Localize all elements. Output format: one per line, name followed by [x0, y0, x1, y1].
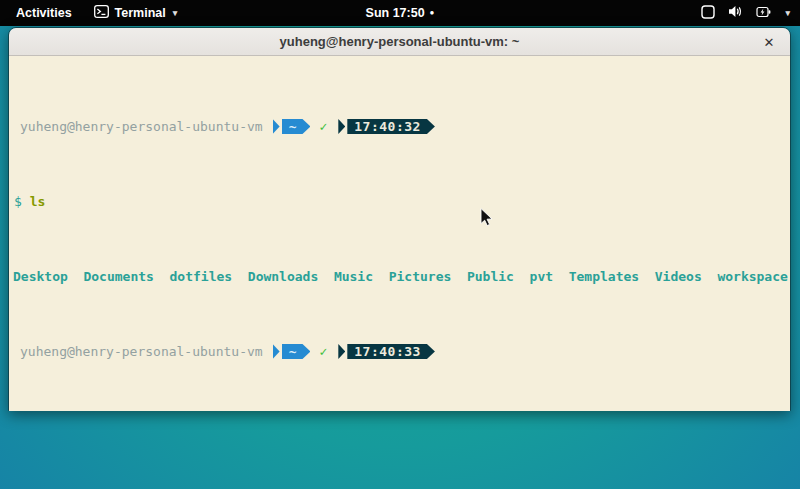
window-title: yuheng@henry-personal-ubuntu-vm: ~: [280, 34, 520, 49]
activities-button[interactable]: Activities: [12, 4, 76, 22]
time-badge: 17:40:33: [338, 344, 435, 359]
prompt-line: yuheng@henry-personal-ubuntu-vm ~ ✓ 17:4…: [11, 119, 788, 134]
ls-output: Desktop Documents dotfiles Downloads Mus…: [11, 269, 788, 284]
prompt-line: yuheng@henry-personal-ubuntu-vm ~ ✓ 17:4…: [11, 344, 788, 359]
command-line: $ ls: [11, 194, 788, 209]
clock-label: Sun 17:50: [366, 6, 425, 20]
volume-icon: [728, 5, 743, 21]
app-menu-terminal[interactable]: Terminal ▾: [94, 5, 178, 21]
cwd-label: ~: [282, 119, 311, 134]
terminal-content[interactable]: yuheng@henry-personal-ubuntu-vm ~ ✓ 17:4…: [9, 56, 790, 411]
screen-icon: [701, 5, 715, 22]
cwd-badge: ~: [273, 119, 311, 134]
window-titlebar[interactable]: yuheng@henry-personal-ubuntu-vm: ~ ✕: [9, 28, 790, 56]
desktop: Activities Terminal ▾ Sun 17:50 ●: [0, 0, 800, 489]
powerline-arrow-icon: [338, 119, 345, 134]
notification-dot: ●: [430, 9, 435, 17]
cwd-label: ~: [282, 344, 311, 359]
prompt-symbol: $: [14, 194, 22, 209]
mouse-pointer-icon: [480, 208, 494, 232]
prompt-user-host: yuheng@henry-personal-ubuntu-vm: [20, 119, 263, 134]
prompt-time: 17:40:32: [347, 119, 435, 134]
powerline-arrow-icon: [338, 344, 345, 359]
time-badge: 17:40:32: [338, 119, 435, 134]
app-menu-label: Terminal: [115, 6, 166, 20]
status-check-icon: ✓: [319, 119, 327, 134]
gnome-top-bar: Activities Terminal ▾ Sun 17:50 ●: [0, 0, 800, 26]
clock-button[interactable]: Sun 17:50 ●: [366, 0, 435, 26]
powerline-arrow-icon: [273, 119, 280, 134]
typed-command: ls: [30, 194, 46, 209]
terminal-window: yuheng@henry-personal-ubuntu-vm: ~ ✕ yuh…: [8, 27, 791, 411]
cwd-badge: ~: [273, 344, 311, 359]
chevron-down-icon: ▾: [785, 8, 790, 18]
chevron-down-icon: ▾: [173, 8, 178, 18]
battery-charging-icon: [756, 6, 771, 21]
powerline-arrow-icon: [273, 344, 280, 359]
prompt-user-host: yuheng@henry-personal-ubuntu-vm: [20, 344, 263, 359]
system-status-area[interactable]: ▾: [701, 0, 790, 26]
terminal-window-icon: [94, 5, 109, 21]
prompt-time: 17:40:33: [347, 344, 435, 359]
status-check-icon: ✓: [319, 344, 327, 359]
close-icon[interactable]: ✕: [758, 28, 780, 56]
